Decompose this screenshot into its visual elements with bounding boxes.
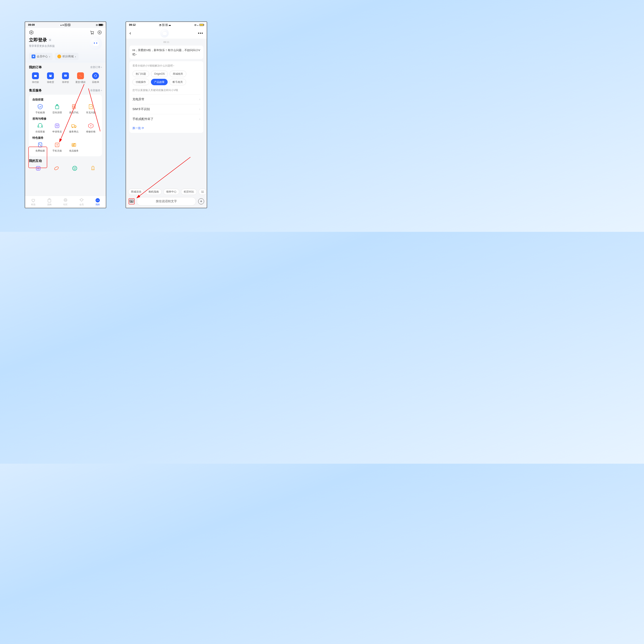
svg-text:¥: ¥	[56, 143, 58, 146]
interact-icon-3[interactable]	[72, 166, 77, 171]
nav-featured[interactable]: 精选	[31, 198, 36, 206]
svg-point-3	[93, 34, 93, 34]
order-pending-pay[interactable]: 待付款	[29, 72, 42, 84]
svg-point-11	[66, 75, 66, 76]
order-refund[interactable]: 退货/退款	[74, 72, 87, 84]
member-center-button[interactable]: 会员中心›	[29, 53, 53, 60]
svg-point-47	[131, 200, 132, 201]
svg-rect-18	[71, 125, 74, 127]
orders-more[interactable]: 全部订单 ›	[90, 65, 102, 69]
svg-point-14	[73, 106, 75, 108]
repair-price[interactable]: ¥维修价格	[83, 123, 99, 133]
interact-icon-2[interactable]	[54, 166, 59, 171]
bottom-chip-row[interactable]: 商城活动购机指南领券中心机型对比以	[126, 189, 207, 195]
cart-icon[interactable]	[90, 30, 94, 35]
consult-title: 咨询与维修	[32, 117, 99, 121]
avatar-robot[interactable]	[89, 37, 102, 50]
space-clean[interactable]: 空间清理	[49, 104, 65, 114]
svg-rect-5	[34, 75, 37, 77]
svg-point-39	[66, 200, 66, 200]
svg-point-31	[54, 166, 59, 170]
settings-hex-icon[interactable]	[29, 30, 34, 35]
interact-icon-4[interactable]	[90, 166, 96, 171]
faq[interactable]: 常见问题	[83, 104, 99, 114]
status-bar: 09:09 ⬥●NN ⊡	[25, 22, 106, 28]
svg-point-33	[74, 168, 74, 168]
bubble-hint: 看看全能的小V都能解决什么问题吧~	[132, 64, 200, 70]
points-mall-button[interactable]: 积分商城›	[55, 53, 78, 60]
topic-chip[interactable]: 功能操作	[132, 79, 149, 85]
bottom-nav: 精选 选购 社区 会员 我的	[25, 196, 106, 208]
service-point[interactable]: 服务网点	[66, 123, 82, 133]
svg-point-20	[75, 127, 76, 128]
order-pending-review[interactable]: 待评价	[59, 72, 72, 84]
service-title: 售后服务	[29, 88, 42, 93]
phone-recharge[interactable]: ¥手机充值	[49, 142, 65, 152]
svg-point-10	[65, 75, 66, 76]
arrow-2	[135, 155, 195, 202]
chat-avatar	[160, 29, 169, 38]
interact-icon-1[interactable]	[35, 166, 41, 171]
refresh-button[interactable]: 换一批 ⟳	[132, 124, 200, 131]
svg-point-38	[65, 200, 66, 200]
svg-point-19	[72, 127, 73, 128]
login-button[interactable]: 立即登录 ›	[29, 37, 55, 43]
svg-rect-30	[38, 168, 39, 169]
order-recycle[interactable]: 回收单	[89, 72, 102, 84]
status-time: 09:09	[28, 23, 35, 26]
svg-point-40	[96, 198, 100, 202]
free-film[interactable]: 免费贴膜	[32, 142, 48, 152]
quick-chip[interactable]: 机型对比	[181, 189, 197, 195]
nav-community[interactable]: 社区	[63, 198, 68, 206]
keyboard-toggle-icon[interactable]	[129, 198, 135, 204]
svg-rect-15	[38, 126, 39, 127]
phone-check[interactable]: 手机检测	[32, 104, 48, 114]
more-icon[interactable]: •••	[198, 31, 203, 36]
login-subtitle: 登录享受更多会员权益	[29, 44, 55, 48]
headset-icon[interactable]	[97, 30, 102, 35]
topic-chip[interactable]: 产品故障	[151, 79, 168, 85]
nav-vip[interactable]: 会员	[79, 198, 84, 206]
nav-shop[interactable]: 选购	[47, 198, 52, 206]
quick-chip[interactable]: 商城活动	[128, 189, 144, 195]
svg-rect-35	[48, 199, 51, 202]
svg-text:¥: ¥	[90, 125, 92, 127]
online-service[interactable]: 在线客服	[32, 123, 48, 133]
nav-mine[interactable]: 我的	[95, 198, 100, 206]
service-more[interactable]: 全部服务 ›	[90, 89, 102, 92]
phone-right: 09:12 ◔NN☁ ⊡⌵ ‹ ••• 09:11 Hi，亲爱的V粉，新年快乐！…	[126, 21, 207, 208]
back-icon[interactable]: ‹	[129, 30, 131, 36]
faq-item[interactable]: 手机或配件坏了›	[132, 114, 200, 124]
chat-timestamp: 09:11	[126, 41, 207, 43]
special-title: 特色服务	[32, 136, 99, 140]
svg-point-37	[65, 200, 65, 200]
faq-item[interactable]: SIM卡不识别›	[132, 104, 200, 114]
topic-chip[interactable]: 帐号相关	[169, 79, 186, 85]
free-data[interactable]: 免流服务	[66, 142, 82, 152]
order-pending-receive[interactable]: 待收货	[44, 72, 57, 84]
topic-chip[interactable]: OriginOS	[151, 71, 168, 77]
find-phone[interactable]: 查找手机	[66, 104, 82, 114]
svg-rect-7	[50, 75, 51, 76]
status-bar-2: 09:12 ◔NN☁ ⊡⌵	[126, 22, 207, 28]
svg-point-9	[65, 75, 65, 76]
svg-point-1	[31, 32, 32, 33]
svg-point-48	[132, 200, 132, 201]
topic-chip[interactable]: 商城相关	[170, 71, 186, 77]
phone-left: 09:09 ⬥●NN ⊡ 立即登录 ›	[25, 21, 106, 208]
apply-aftersale[interactable]: 申请售后	[49, 123, 65, 133]
orders-title: 我的订单	[29, 65, 42, 69]
status-time-2: 09:12	[129, 23, 136, 26]
quick-chip[interactable]: 购机指南	[146, 189, 162, 195]
svg-point-42	[98, 200, 99, 200]
quick-chip[interactable]: 领券中心	[163, 189, 179, 195]
interact-title: 我的互动	[29, 159, 42, 163]
svg-point-46	[130, 200, 131, 201]
faq-item[interactable]: 充电异常›	[132, 94, 200, 104]
topic-chip[interactable]: 热门问题	[132, 71, 149, 77]
voice-input-button[interactable]: 按住说话转文字	[137, 197, 196, 206]
plus-icon[interactable]: +	[198, 198, 204, 204]
svg-rect-17	[55, 124, 59, 128]
greeting-bubble: Hi，亲爱的V粉，新年快乐！有什么问题，不妨问问小V吧~	[129, 46, 203, 59]
quick-chip[interactable]: 以	[199, 189, 207, 195]
